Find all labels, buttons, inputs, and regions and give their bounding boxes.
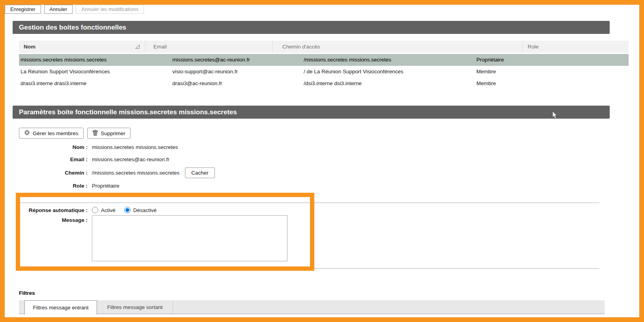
auto-reply-radio-inactive[interactable] xyxy=(124,207,131,213)
mailboxes-table: Nom Email Chemin d'accès Role missions.s… xyxy=(19,41,629,89)
auto-reply-option-active[interactable]: Activé xyxy=(92,207,116,213)
delete-label: Supprimer xyxy=(101,130,125,136)
cell-role: Membre xyxy=(475,66,629,78)
tab-filtres-message-sortant[interactable]: Filtres message sortant xyxy=(97,300,173,314)
auto-reply-options: Activé Désactivé xyxy=(92,207,157,213)
manage-members-button[interactable]: Gérer les membres xyxy=(19,128,84,139)
auto-reply-label: Réponse automatique : xyxy=(19,207,88,213)
trash-icon xyxy=(92,130,98,137)
auto-reply-radio-active[interactable] xyxy=(92,207,98,213)
column-header-nom-label: Nom xyxy=(24,41,35,53)
auto-reply-option-inactive-label: Désactivé xyxy=(133,207,157,213)
field-value-chemin: /missions.secretes missions.secretes xyxy=(92,170,179,176)
cell-chemin: /missions.secretes missions.secretes xyxy=(302,54,475,66)
field-label-nom: Nom : xyxy=(19,144,88,150)
hide-path-button[interactable]: Cacher xyxy=(185,168,215,178)
auto-reply-row: Réponse automatique : Activé Désactivé xyxy=(19,207,157,213)
cell-chemin: / de La Réunion Support Visioconférences xyxy=(302,66,475,78)
message-label: Message : xyxy=(19,215,88,223)
separator-line xyxy=(19,268,599,269)
cell-role: Propriétaire xyxy=(475,54,629,66)
cell-chemin: /dsi3.interne dsi3.interne xyxy=(302,78,475,89)
params-section-title: Paramètres boite fonctionnelle missions.… xyxy=(13,106,610,119)
auto-reply-option-active-label: Activé xyxy=(101,207,116,213)
delete-button[interactable]: Supprimer xyxy=(87,128,131,139)
params-actions: Gérer les membres Supprimer xyxy=(19,128,131,139)
field-value-nom: missions.secretes missions.secretes xyxy=(92,144,178,150)
mailboxes-section-title: Gestion des boites fonctionnelles xyxy=(13,21,610,34)
field-label-role: Role : xyxy=(19,183,88,189)
column-header-role[interactable]: Role xyxy=(522,41,629,53)
field-label-email: Email : xyxy=(19,156,88,162)
table-row[interactable]: drasi3.interne drasi3.interne drasi3@ac-… xyxy=(19,78,629,89)
message-textarea[interactable] xyxy=(92,215,287,261)
cell-email: drasi3@ac-reunion.fr xyxy=(171,78,302,89)
auto-reply-option-inactive[interactable]: Désactivé xyxy=(124,207,157,213)
mailbox-details: Nom : missions.secretes missions.secrete… xyxy=(19,141,374,192)
message-row: Message : xyxy=(19,215,287,261)
cell-nom: La Réunion Support Visioconférences xyxy=(19,66,171,78)
column-header-nom[interactable]: Nom xyxy=(19,41,145,53)
cell-email: missions.secretes@ac-reunion.fr xyxy=(171,54,302,66)
save-button[interactable]: Enregistrer xyxy=(5,5,41,14)
cell-nom: drasi3.interne drasi3.interne xyxy=(19,78,171,89)
column-header-chemin[interactable]: Chemin d'accès xyxy=(273,41,522,53)
sort-ascending-icon[interactable] xyxy=(135,45,140,49)
table-row[interactable]: La Réunion Support Visioconférences visi… xyxy=(19,66,629,78)
gear-icon xyxy=(24,130,30,137)
field-label-chemin: Chemin : xyxy=(19,170,88,176)
separator-line xyxy=(19,203,599,203)
cancel-button[interactable]: Annuler xyxy=(44,5,73,14)
mailbox-management-page: Enregistrer Annuler Annuler les modifica… xyxy=(5,5,639,317)
field-value-email: missions.secretes@ac-reunion.fr xyxy=(92,156,170,162)
filters-tabstrip: Filtres message entrant Filtres message … xyxy=(19,300,605,314)
tab-filtres-message-entrant[interactable]: Filtres message entrant xyxy=(24,300,97,315)
filters-title: Filtres xyxy=(19,290,35,296)
toolbar: Enregistrer Annuler Annuler les modifica… xyxy=(5,5,144,14)
table-body: missions.secretes missions.secretes miss… xyxy=(19,54,629,89)
manage-members-label: Gérer les membres xyxy=(33,130,78,136)
cell-email: visio-support@ac-reunion.fr xyxy=(171,66,302,78)
column-header-email[interactable]: Email xyxy=(145,41,273,53)
cell-nom: missions.secretes missions.secretes xyxy=(19,54,171,66)
table-header-row: Nom Email Chemin d'accès Role xyxy=(19,41,629,53)
table-row[interactable]: missions.secretes missions.secretes miss… xyxy=(19,54,629,66)
field-value-role: Propriétaire xyxy=(92,183,119,189)
undo-changes-button[interactable]: Annuler les modifications xyxy=(76,5,144,14)
cell-role: Membre xyxy=(475,78,629,89)
